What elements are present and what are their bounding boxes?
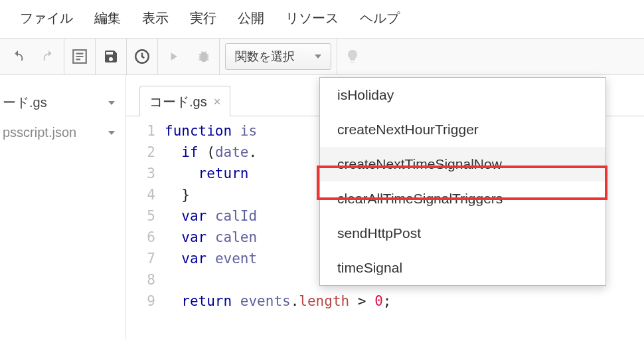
menu-help[interactable]: ヘルプ [360,9,400,27]
dropdown-item[interactable]: isHoliday [320,78,605,112]
sidebar-item-label: ード.gs [3,94,47,112]
tab-label: コード.gs [149,93,207,111]
menu-view[interactable]: 表示 [142,9,169,27]
tab-code-gs[interactable]: コード.gs × [139,86,230,116]
chevron-down-icon [315,55,321,58]
dropdown-item[interactable]: sendHttpPost [320,216,605,251]
triggers-button[interactable] [127,38,157,75]
menu-bar: ファイル 編集 表示 実行 公開 リソース ヘルプ [0,0,644,38]
chevron-down-icon [108,131,115,135]
sidebar: ード.gs psscript.json [0,75,126,339]
dropdown-item[interactable]: timeSignal [320,251,605,285]
debug-button[interactable] [189,38,219,75]
toolbar: 関数を選択 [0,38,644,75]
function-select-dropdown[interactable]: 関数を選択 [225,43,331,70]
close-icon[interactable]: × [214,95,221,109]
run-button[interactable] [158,38,189,75]
line-gutter: 123456789 [126,120,165,312]
sidebar-item-code[interactable]: ード.gs [0,87,125,118]
indent-button[interactable] [64,38,95,75]
menu-file[interactable]: ファイル [20,9,73,27]
chevron-down-icon [108,101,115,105]
save-button[interactable] [96,38,126,75]
redo-button[interactable] [33,38,64,75]
sidebar-item-label: psscript.json [3,125,76,140]
menu-edit[interactable]: 編集 [94,9,121,27]
lightbulb-button[interactable] [337,38,368,75]
dropdown-item[interactable]: createNextHourTrigger [320,112,605,147]
undo-button[interactable] [3,38,33,75]
menu-publish[interactable]: 公開 [238,9,264,27]
menu-resources[interactable]: リソース [285,9,339,27]
function-select-label: 関数を選択 [235,49,295,64]
function-dropdown-menu[interactable]: isHolidaycreateNextHourTriggercreateNext… [319,77,606,286]
dropdown-item[interactable]: clearAllTimeSignalTriggers [320,181,605,216]
sidebar-item-appsscript[interactable]: psscript.json [0,118,125,147]
dropdown-item[interactable]: createNextTimeSignalNow [320,147,605,181]
menu-run[interactable]: 実行 [190,9,216,27]
